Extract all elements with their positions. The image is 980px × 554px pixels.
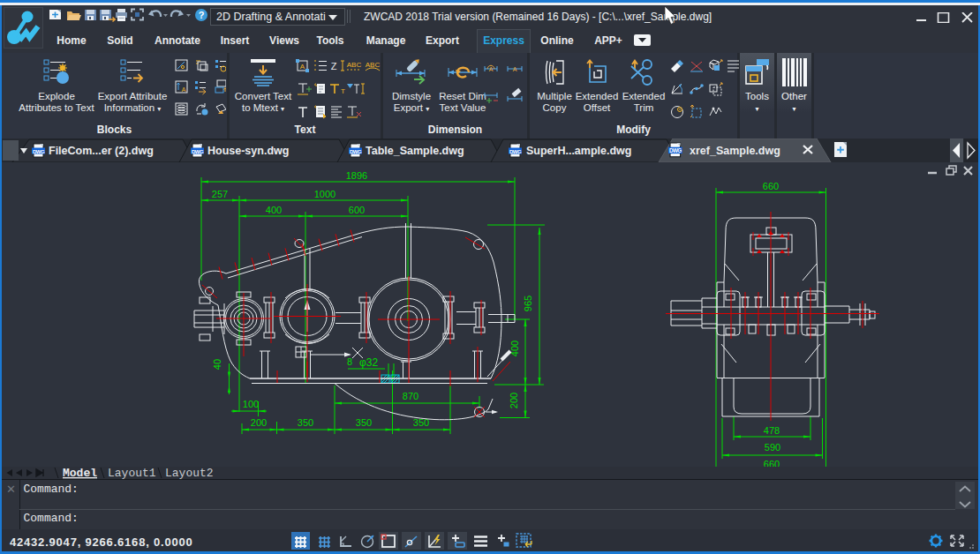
svg-text:Layout1: Layout1 — [108, 467, 156, 479]
svg-text:xref_Sample.dwg: xref_Sample.dwg — [690, 145, 780, 157]
svg-text:660: 660 — [764, 459, 780, 468]
svg-text:DWG: DWG — [350, 149, 362, 154]
svg-text:DWG: DWG — [192, 149, 204, 154]
svg-text:400: 400 — [509, 341, 520, 356]
svg-text:350: 350 — [356, 417, 372, 428]
svg-text:SuperH...ample.dwg: SuperH...ample.dwg — [526, 145, 631, 157]
svg-text:A: A — [182, 86, 186, 93]
svg-text:350: 350 — [298, 417, 313, 428]
svg-text:1000: 1000 — [314, 189, 335, 199]
svg-text:Layout2: Layout2 — [165, 467, 214, 479]
svg-text:478: 478 — [764, 425, 780, 436]
svg-text:257: 257 — [212, 189, 228, 199]
svg-text:DWG: DWG — [669, 147, 682, 153]
svg-text:T: T — [341, 87, 345, 95]
svg-text:Table_Sample.dwg: Table_Sample.dwg — [366, 145, 464, 157]
svg-text:A: A — [489, 66, 494, 72]
svg-text:Z: Z — [331, 61, 337, 71]
svg-text:660: 660 — [763, 181, 779, 191]
svg-text:590: 590 — [765, 442, 780, 453]
svg-text:100: 100 — [243, 399, 259, 409]
svg-text:House-syn.dwg: House-syn.dwg — [207, 145, 289, 157]
svg-text:DWG: DWG — [509, 149, 522, 154]
svg-text:FileCom...er (2).dwg: FileCom...er (2).dwg — [49, 145, 154, 157]
svg-text:600: 600 — [349, 205, 365, 215]
svg-text:8: 8 — [347, 356, 352, 367]
svg-text:200: 200 — [251, 417, 267, 428]
svg-text:DWG: DWG — [33, 149, 45, 154]
svg-text:40: 40 — [212, 359, 222, 370]
svg-text:965: 965 — [523, 296, 533, 311]
svg-text:200: 200 — [509, 393, 519, 408]
svg-text:400: 400 — [266, 205, 282, 215]
svg-text:Model: Model — [63, 467, 97, 479]
svg-text:A: A — [300, 63, 305, 71]
svg-text:?: ? — [199, 10, 205, 20]
svg-text:870: 870 — [403, 391, 418, 401]
svg-text:1896: 1896 — [346, 170, 367, 181]
svg-text:ABC: ABC — [347, 61, 362, 69]
svg-text:φ32: φ32 — [359, 356, 378, 369]
